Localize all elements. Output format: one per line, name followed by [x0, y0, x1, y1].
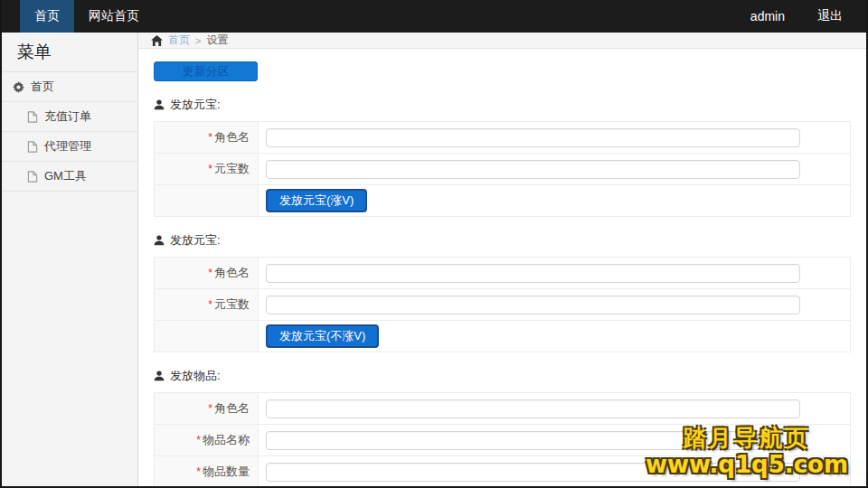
table-row: *物品名称	[155, 425, 851, 456]
required-marker: *	[196, 465, 201, 478]
grant-yuanbao-table-2: *角色名 *元宝数 发放元宝(不涨V)	[154, 257, 851, 352]
section-title-grant-yuanbao-1: 发放元宝:	[154, 97, 868, 113]
item-name-input[interactable]	[266, 431, 800, 450]
section-title-text: 发放元宝:	[170, 97, 221, 113]
role-name-input[interactable]	[266, 128, 800, 147]
sidebar-title: 菜单	[0, 33, 137, 72]
username-link[interactable]: admin	[750, 9, 785, 23]
field-label: 角色名	[214, 401, 250, 415]
role-name-input[interactable]	[266, 264, 800, 283]
table-row: *角色名	[155, 258, 851, 289]
file-icon	[27, 111, 38, 123]
section-title-text: 发放物品:	[170, 368, 221, 384]
file-icon	[27, 141, 38, 153]
required-marker: *	[208, 298, 212, 311]
breadcrumb-separator: >	[195, 35, 201, 46]
item-quantity-input[interactable]	[266, 463, 800, 482]
grant-yuanbao-novip-button[interactable]: 发放元宝(不涨V)	[266, 324, 379, 348]
breadcrumb-current: 设置	[206, 33, 228, 48]
required-marker: *	[196, 434, 201, 446]
logout-link[interactable]: 退出	[817, 8, 843, 24]
sidebar-item-agent-management[interactable]: 代理管理	[0, 132, 137, 162]
tab-home[interactable]: 首页	[20, 0, 74, 33]
field-label: 物品数量	[203, 465, 250, 478]
grant-yuanbao-vip-button[interactable]: 发放元宝(涨V)	[266, 189, 367, 212]
sidebar-item-home[interactable]: 首页	[0, 72, 137, 102]
user-icon	[154, 235, 165, 246]
required-marker: *	[208, 131, 212, 144]
sidebar-item-label: 充值订单	[44, 108, 91, 125]
required-marker: *	[208, 402, 212, 415]
user-icon	[154, 371, 165, 381]
content: 更新分区 发放元宝: *角色名 *元宝数 发放元宝(	[138, 49, 868, 488]
section-title-text: 发放元宝:	[170, 232, 221, 249]
breadcrumb: 首页 > 设置	[138, 33, 868, 49]
field-label: 物品名称	[203, 433, 250, 446]
required-marker: *	[208, 163, 212, 175]
user-icon	[154, 99, 165, 110]
field-label: 元宝数	[214, 297, 250, 311]
sidebar-item-recharge-orders[interactable]: 充值订单	[0, 102, 137, 132]
home-icon	[151, 35, 163, 46]
topbar-right: admin 退出	[750, 0, 843, 33]
required-marker: *	[208, 267, 212, 279]
sidebar-item-gm-tools[interactable]: GM工具	[0, 162, 137, 192]
sidebar-item-label: GM工具	[44, 168, 87, 184]
table-row: *物品数量	[155, 456, 851, 488]
section-title-grant-items: 发放物品:	[154, 368, 868, 384]
table-row: *角色名	[155, 393, 851, 425]
field-label: 角色名	[214, 130, 250, 144]
role-name-input[interactable]	[266, 399, 800, 418]
table-row: 发放元宝(涨V)	[155, 185, 851, 217]
topbar: 首页 网站首页 admin 退出	[0, 0, 868, 33]
field-label: 元宝数	[214, 162, 250, 175]
table-row: *元宝数	[155, 289, 851, 321]
tab-website-home[interactable]: 网站首页	[74, 0, 154, 33]
breadcrumb-home-link[interactable]: 首页	[168, 33, 190, 48]
gear-icon	[13, 81, 24, 93]
table-row: *角色名	[155, 122, 851, 154]
grant-yuanbao-table-1: *角色名 *元宝数 发放元宝(涨V)	[154, 121, 851, 217]
table-row: *元宝数	[155, 154, 851, 185]
yuanbao-amount-input[interactable]	[266, 160, 800, 179]
file-icon	[27, 171, 38, 183]
sidebar-item-label: 首页	[31, 79, 54, 95]
grant-items-table: *角色名 *物品名称 *物品数量 发放物品	[154, 392, 851, 488]
update-partition-button[interactable]: 更新分区	[154, 61, 258, 81]
sidebar: 菜单 首页 充值订单 代理管理 GM工具	[0, 33, 138, 488]
table-row: 发放元宝(不涨V)	[155, 321, 851, 352]
main-area: 首页 > 设置 更新分区 发放元宝: *角色名 *元宝数	[138, 33, 868, 488]
field-label: 角色名	[214, 266, 250, 279]
sidebar-item-label: 代理管理	[44, 138, 91, 155]
yuanbao-amount-input[interactable]	[266, 296, 800, 314]
section-title-grant-yuanbao-2: 发放元宝:	[154, 232, 868, 249]
